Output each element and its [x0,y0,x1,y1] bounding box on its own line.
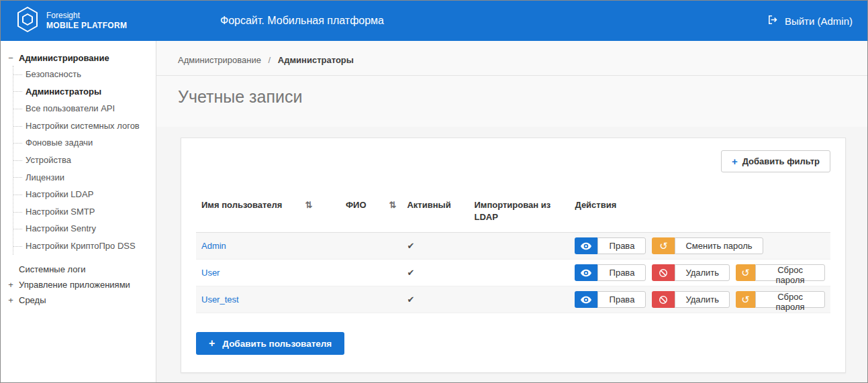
reset-password-button[interactable]: Сброс пароля [755,291,825,308]
sort-fio-icon[interactable]: ⇅ [389,199,397,211]
delete-button[interactable]: Удалить [675,291,730,308]
breadcrumb-separator: / [269,55,271,65]
reset-password-button[interactable]: Сброс пароля [755,264,825,281]
username-link[interactable]: User_test [201,294,239,305]
sort-username-icon[interactable]: ⇅ [305,199,312,211]
eye-icon[interactable] [575,264,597,281]
rights-button[interactable]: Права [597,264,646,281]
table-row: User ✔ Права [196,260,830,286]
change-password-button[interactable]: Сменить пароль [675,237,763,254]
breadcrumb: Администрирование / Администраторы [156,41,867,76]
active-check-icon: ✔ [407,241,414,251]
fio-cell [340,260,401,286]
column-label: Имя пользователя [201,199,282,211]
column-label: ФИО [346,199,367,211]
sidebar-nav: − Администрирование Безопасность Админис… [1,41,156,382]
plus-icon: + [732,156,738,166]
logout-icon [767,14,779,28]
app-header: Foresight MOBILE PLATFORM Форсайт. Мобил… [1,1,867,41]
sidebar-item-ldap-settings[interactable]: Настройки LDAP [13,186,150,203]
brand-product: MOBILE PLATFORM [46,21,127,31]
delete-button[interactable]: Удалить [675,264,730,281]
sidebar-item-label: Среды [19,295,46,305]
username-link[interactable]: User [201,268,220,278]
accounts-card: + Добавить фильтр Имя пользователя ⇅ [181,138,846,373]
fio-cell [340,286,401,313]
sidebar-item-environments[interactable]: + Среды [6,292,150,308]
sidebar-item-administrators[interactable]: Администраторы [13,83,150,101]
logout-button[interactable]: Выйти (Admin) [767,14,853,28]
undo-icon[interactable]: ↺ [652,237,675,254]
foresight-logo-icon [15,6,40,36]
page-title: Учетные записи [156,76,867,107]
column-header-username: Имя пользователя ⇅ [196,193,340,233]
rights-button[interactable]: Права [597,237,646,254]
sidebar-item-security[interactable]: Безопасность [13,66,150,83]
sidebar-item-licenses[interactable]: Лицензии [13,169,150,186]
accounts-table: Имя пользователя ⇅ ФИО ⇅ Активный [196,193,830,313]
sidebar-item-background-tasks[interactable]: Фоновые задачи [13,134,150,152]
rights-action-group: Права [575,264,646,281]
username-link[interactable]: Admin [201,241,226,251]
undo-icon[interactable]: ↺ [736,264,755,281]
delete-action-group: Удалить [652,264,730,281]
app-title: Форсайт. Мобильная платформа [220,15,384,27]
sidebar-item-label: Управление приложениями [19,280,130,290]
block-icon[interactable] [652,291,675,308]
sidebar-item-cryptopro-dss-settings[interactable]: Настройки КриптоПро DSS [13,237,150,255]
add-filter-label: Добавить фильтр [742,156,820,166]
ldap-cell [469,233,569,260]
breadcrumb-current: Администраторы [278,55,354,65]
ldap-cell [469,260,569,286]
sidebar-item-app-management[interactable]: + Управление приложениями [6,277,150,292]
app-window: Foresight MOBILE PLATFORM Форсайт. Мобил… [0,0,868,383]
delete-action-group: Удалить [652,291,730,308]
fio-cell [340,233,401,260]
column-header-active: Активный [401,193,469,233]
logout-label: Выйти (Admin) [785,15,853,27]
sidebar-item-api-users[interactable]: Все пользователи API [13,100,150,117]
add-user-label: Добавить пользователя [222,339,332,349]
rights-button[interactable]: Права [597,291,646,308]
block-icon[interactable] [652,264,675,281]
main-content: Администрирование / Администраторы Учетн… [156,41,867,382]
sidebar-item-smtp-settings[interactable]: Настройки SMTP [13,203,150,221]
foresight-logo: Foresight MOBILE PLATFORM [15,6,160,36]
sidebar-item-sentry-settings[interactable]: Настройки Sentry [13,220,150,237]
change-password-action-group: ↺ Сменить пароль [652,237,763,254]
sidebar-item-system-log-settings[interactable]: Настройки системных логов [13,117,150,135]
rights-action-group: Права [575,237,646,254]
table-row: Admin ✔ Права [196,233,830,260]
card-toolbar: + Добавить фильтр [196,150,830,172]
sidebar-item-label: Администрирование [19,53,109,63]
collapse-icon[interactable]: − [7,53,14,63]
sidebar-item-label: Системные логи [19,264,85,274]
table-header-row: Имя пользователя ⇅ ФИО ⇅ Активный [196,193,830,233]
undo-icon[interactable]: ↺ [736,291,755,308]
active-check-icon: ✔ [407,268,414,278]
eye-icon[interactable] [575,291,597,308]
table-row: User_test ✔ Права [196,286,830,313]
add-user-button[interactable]: + Добавить пользователя [196,332,344,355]
column-header-actions: Действия [569,193,830,233]
active-check-icon: ✔ [407,294,414,305]
row-actions: Права Удалить ↺ [575,291,825,308]
title-spacer [156,107,867,127]
plus-icon: + [209,338,215,349]
eye-icon[interactable] [575,237,597,254]
ldap-cell [469,286,569,313]
expand-icon[interactable]: + [7,280,14,290]
column-header-fio: ФИО ⇅ [340,193,401,233]
sidebar-item-system-logs[interactable]: Системные логи [6,262,150,277]
row-actions: Права ↺ Сменить пароль [575,237,825,254]
administration-subtree: Безопасность Администраторы Все пользова… [13,66,150,255]
reset-password-action-group: ↺ Сброс пароля [736,264,825,281]
breadcrumb-parent[interactable]: Администрирование [178,55,261,65]
sidebar-item-devices[interactable]: Устройства [13,152,150,169]
add-filter-button[interactable]: + Добавить фильтр [721,150,830,172]
sidebar-item-administration[interactable]: − Администрирование [6,50,150,66]
brand-name: Foresight [46,11,127,21]
expand-icon[interactable]: + [7,295,14,305]
rights-action-group: Права [575,291,646,308]
brand-text: Foresight MOBILE PLATFORM [46,11,127,31]
